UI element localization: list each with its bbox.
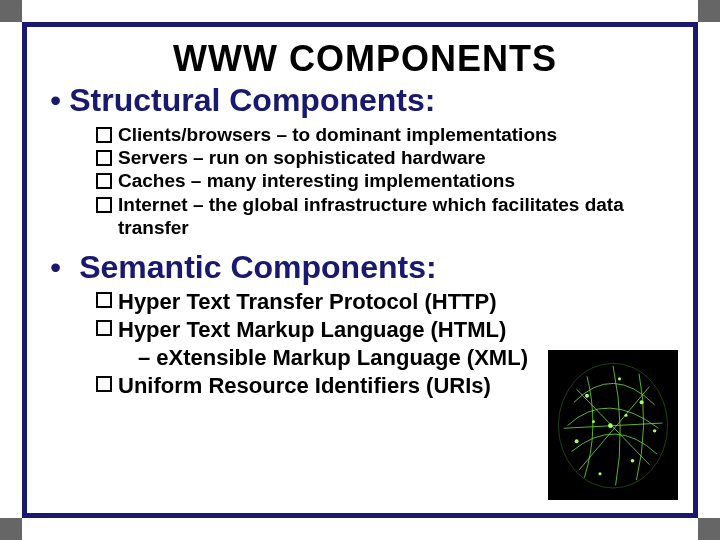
- frame-corner-br: [698, 518, 720, 540]
- square-bullet-icon: [96, 320, 112, 336]
- section-heading-structural: Structural Components:: [69, 82, 435, 119]
- list-item: Hyper Text Transfer Protocol (HTTP): [96, 288, 680, 316]
- square-bullet-icon: [96, 376, 112, 392]
- slide-title: WWW COMPONENTS: [50, 38, 680, 80]
- item-text: – eXtensible Markup Language (XML): [138, 345, 528, 370]
- frame-left: [22, 22, 27, 518]
- svg-point-11: [592, 420, 595, 423]
- svg-point-5: [653, 429, 656, 432]
- list-item: Hyper Text Markup Language (HTML): [96, 316, 680, 344]
- svg-point-6: [631, 459, 635, 463]
- square-bullet-icon: [96, 127, 112, 143]
- frame-corner-tl: [0, 0, 22, 22]
- item-text: Uniform Resource Identifiers (URIs): [118, 372, 491, 400]
- item-text: Hyper Text Markup Language (HTML): [118, 316, 506, 344]
- list-item: Servers – run on sophisticated hardware: [96, 146, 680, 169]
- list-item: Internet – the global infrastructure whi…: [96, 193, 680, 239]
- section-semantic: • Semantic Components:: [50, 249, 680, 286]
- list-item: Caches – many interesting implementation…: [96, 169, 680, 192]
- item-text: Clients/browsers – to dominant implement…: [118, 123, 557, 146]
- bullet-icon: •: [50, 251, 69, 283]
- square-bullet-icon: [96, 197, 112, 213]
- section-heading-semantic: Semantic Components:: [79, 249, 436, 286]
- svg-rect-0: [548, 350, 678, 500]
- square-bullet-icon: [96, 173, 112, 189]
- svg-point-7: [598, 472, 601, 475]
- svg-point-10: [624, 414, 627, 417]
- globe-network-image: [548, 350, 678, 500]
- square-bullet-icon: [96, 150, 112, 166]
- item-text: Servers – run on sophisticated hardware: [118, 146, 485, 169]
- svg-point-9: [608, 423, 613, 428]
- svg-point-3: [618, 377, 621, 380]
- svg-point-8: [575, 439, 579, 443]
- item-text: Internet – the global infrastructure whi…: [118, 193, 680, 239]
- frame-bottom: [22, 513, 698, 518]
- list-item: Clients/browsers – to dominant implement…: [96, 123, 680, 146]
- frame-top: [22, 22, 698, 27]
- frame-corner-tr: [698, 0, 720, 22]
- section-structural: • Structural Components:: [50, 82, 680, 119]
- item-text: Caches – many interesting implementation…: [118, 169, 515, 192]
- slide-content: WWW COMPONENTS • Structural Components: …: [50, 38, 680, 400]
- svg-point-4: [640, 400, 644, 404]
- item-text: Hyper Text Transfer Protocol (HTTP): [118, 288, 497, 316]
- bullet-icon: •: [50, 84, 69, 116]
- structural-items: Clients/browsers – to dominant implement…: [96, 123, 680, 239]
- square-bullet-icon: [96, 292, 112, 308]
- frame-right: [693, 22, 698, 518]
- svg-point-2: [585, 394, 589, 398]
- frame-corner-bl: [0, 518, 22, 540]
